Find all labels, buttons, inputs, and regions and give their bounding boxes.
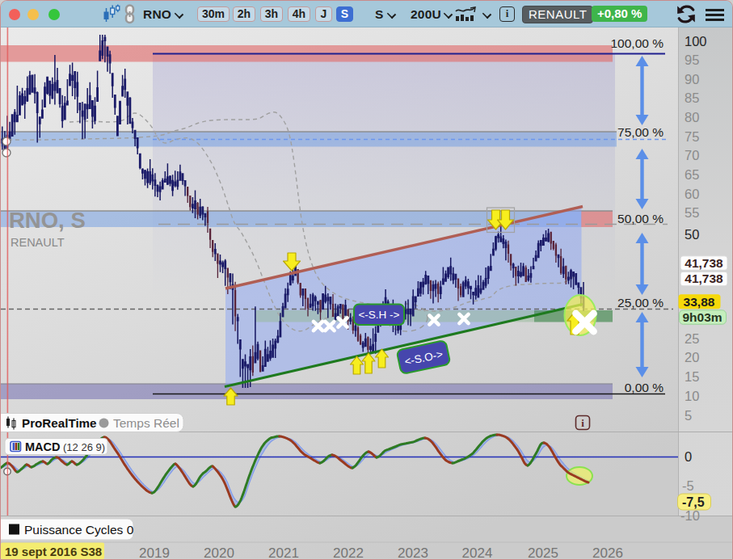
svg-text:(12 26 9): (12 26 9) bbox=[63, 441, 105, 453]
svg-text:50: 50 bbox=[685, 227, 699, 242]
svg-text:-10: -10 bbox=[680, 508, 700, 523]
svg-text:75,00 %: 75,00 % bbox=[617, 125, 663, 139]
svg-text:50,00 %: 50,00 % bbox=[617, 212, 663, 225]
svg-text:60: 60 bbox=[685, 187, 699, 201]
svg-text:95: 95 bbox=[685, 53, 699, 67]
svg-text:MACD: MACD bbox=[25, 440, 61, 453]
svg-text:85: 85 bbox=[685, 91, 699, 105]
svg-text:65: 65 bbox=[685, 167, 699, 182]
svg-text:-7,5: -7,5 bbox=[682, 495, 705, 509]
svg-text:33,88: 33,88 bbox=[684, 295, 715, 309]
svg-text:0,00 %: 0,00 % bbox=[625, 381, 663, 394]
svg-text:5: 5 bbox=[685, 408, 692, 423]
svg-text:70: 70 bbox=[685, 148, 699, 162]
svg-text:100,00 %: 100,00 % bbox=[611, 36, 664, 50]
svg-text:Temps Réel: Temps Réel bbox=[113, 416, 179, 430]
svg-text:41,738: 41,738 bbox=[685, 272, 723, 285]
svg-text:80: 80 bbox=[685, 110, 699, 124]
svg-text:41,738: 41,738 bbox=[685, 256, 723, 270]
svg-text:2025: 2025 bbox=[528, 545, 558, 560]
svg-text:RENAULT: RENAULT bbox=[11, 236, 65, 249]
svg-text:15: 15 bbox=[685, 369, 699, 384]
svg-text:2026: 2026 bbox=[592, 545, 623, 560]
svg-text:2022: 2022 bbox=[333, 545, 364, 560]
svg-text:75: 75 bbox=[685, 129, 699, 144]
svg-text:2024: 2024 bbox=[462, 545, 493, 560]
svg-text:2019: 2019 bbox=[139, 545, 170, 560]
svg-text:25,00 %: 25,00 % bbox=[617, 296, 663, 309]
svg-text:25: 25 bbox=[685, 331, 699, 346]
svg-text:2021: 2021 bbox=[268, 545, 299, 560]
svg-text:<-S.H ->: <-S.H -> bbox=[358, 309, 399, 321]
svg-text:2020: 2020 bbox=[204, 545, 234, 560]
svg-text:55: 55 bbox=[685, 205, 699, 220]
svg-text:19 sept 2016 S38: 19 sept 2016 S38 bbox=[5, 545, 102, 558]
svg-text:2023: 2023 bbox=[398, 545, 428, 560]
svg-text:10: 10 bbox=[685, 389, 699, 403]
svg-text:ProRealTime: ProRealTime bbox=[22, 416, 97, 430]
svg-text:0: 0 bbox=[685, 449, 692, 464]
svg-text:9h03m: 9h03m bbox=[682, 310, 722, 324]
svg-text:-5: -5 bbox=[682, 478, 694, 493]
svg-text:100: 100 bbox=[685, 34, 707, 48]
svg-text:20: 20 bbox=[685, 350, 699, 364]
svg-text:i: i bbox=[581, 417, 584, 429]
svg-text:90: 90 bbox=[685, 72, 699, 86]
svg-text:RNO, S: RNO, S bbox=[9, 208, 86, 233]
svg-text:Puissance Cycles 0: Puissance Cycles 0 bbox=[24, 523, 134, 537]
